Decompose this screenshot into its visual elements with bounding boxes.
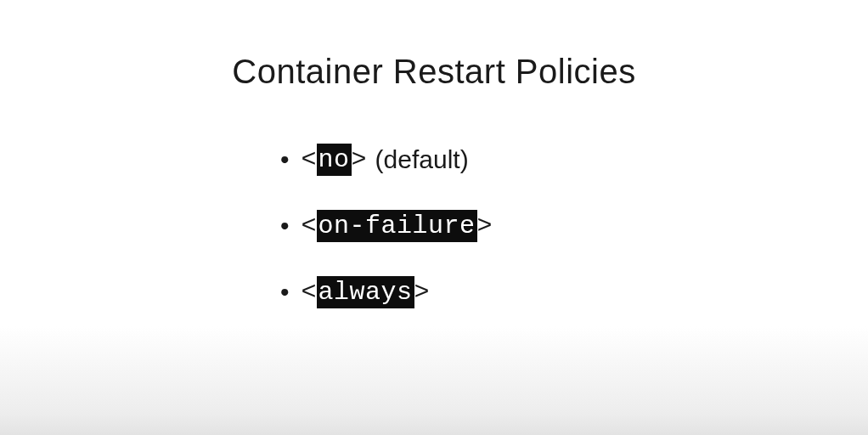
angle-close: > bbox=[477, 212, 493, 240]
policy-code: always bbox=[317, 276, 414, 308]
policy-suffix: (default) bbox=[375, 145, 469, 174]
policy-list: • <no> (default) • <on-failure> • <alway… bbox=[280, 144, 868, 308]
bullet-icon: • bbox=[280, 213, 290, 239]
list-item: • <on-failure> bbox=[280, 210, 868, 242]
angle-close: > bbox=[352, 145, 367, 174]
list-item: • <always> bbox=[280, 276, 868, 308]
angle-open: < bbox=[302, 145, 317, 174]
bullet-icon: • bbox=[280, 280, 290, 305]
angle-open: < bbox=[302, 278, 317, 307]
policy-code: no bbox=[317, 144, 352, 176]
policy-code: on-failure bbox=[317, 210, 477, 242]
slide-title: Container Restart Policies bbox=[0, 0, 868, 91]
angle-open: < bbox=[302, 212, 317, 240]
bullet-icon: • bbox=[280, 147, 290, 172]
list-item: • <no> (default) bbox=[280, 144, 868, 176]
angle-close: > bbox=[414, 278, 430, 307]
